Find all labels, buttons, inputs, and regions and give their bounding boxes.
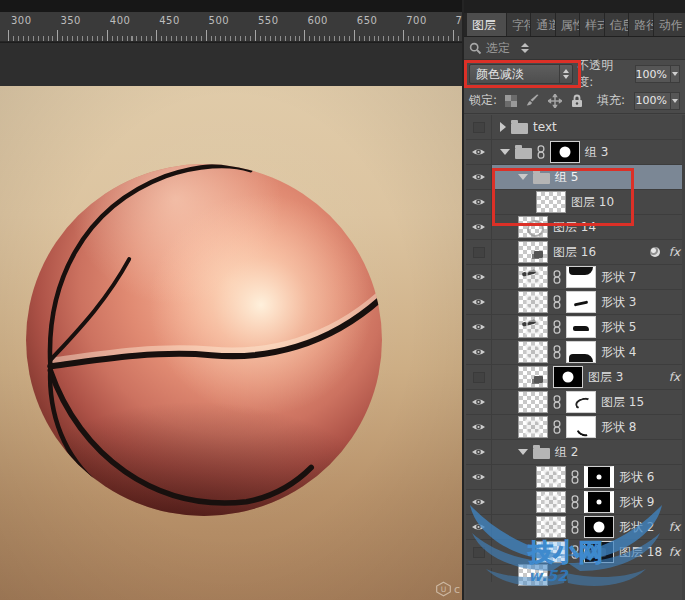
layer-thumbnail[interactable] (518, 216, 548, 238)
layer-name[interactable]: 图层 3 (588, 369, 623, 386)
layer-name[interactable]: 图层 15 (601, 394, 644, 411)
layer-thumbnail[interactable] (518, 266, 548, 288)
layer-name[interactable]: 形状 5 (601, 319, 636, 336)
layer-name[interactable]: 组 2 (555, 444, 578, 461)
layer-row[interactable]: 形状 6 (466, 465, 685, 490)
layer-row[interactable]: 形状 2fx (466, 515, 685, 540)
layer-name[interactable]: 组 5 (555, 169, 578, 186)
layer-group-row[interactable]: 组 3 (466, 140, 685, 165)
filter-kind-label[interactable]: 选定 (486, 40, 510, 57)
layer-thumbnail[interactable] (518, 391, 548, 413)
layer-thumbnail[interactable] (536, 541, 566, 563)
layer-mask-thumbnail[interactable] (566, 416, 596, 438)
layer-name[interactable]: text (533, 120, 557, 134)
layer-thumbnail[interactable] (518, 341, 548, 363)
layer-row[interactable]: 图层 16fx (466, 240, 685, 265)
layer-visibility-toggle[interactable] (466, 115, 492, 139)
layer-mask-thumbnail[interactable] (584, 541, 614, 563)
layer-row[interactable]: 形状 5 (466, 315, 685, 340)
layer-visibility-toggle[interactable] (466, 465, 492, 489)
expand-arrow-icon[interactable] (518, 174, 528, 180)
layer-visibility-toggle[interactable] (466, 340, 492, 364)
layer-name[interactable]: 图层 14 (553, 219, 596, 236)
layer-row[interactable]: 图层 14 (466, 215, 685, 240)
layer-name[interactable]: 图层 18 (619, 544, 662, 561)
layer-thumbnail[interactable] (518, 416, 548, 438)
layer-group-row[interactable]: text (466, 115, 685, 140)
lock-transparency-icon[interactable] (503, 93, 519, 109)
layer-thumbnail[interactable] (518, 564, 548, 586)
layer-thumbnail[interactable] (536, 516, 566, 538)
layer-thumbnail[interactable] (518, 241, 548, 263)
layer-name[interactable]: 形状 8 (601, 419, 636, 436)
layer-name[interactable]: 形状 3 (601, 294, 636, 311)
layer-row[interactable]: 形状 9 (466, 490, 685, 515)
fx-indicator[interactable]: fx (669, 370, 683, 384)
layer-row[interactable] (466, 565, 685, 582)
layer-mask-thumbnail[interactable] (566, 341, 596, 363)
layer-visibility-toggle[interactable] (466, 290, 492, 314)
fill-dropdown-arrow[interactable] (670, 93, 679, 109)
lock-position-icon[interactable] (547, 93, 563, 109)
fill-input[interactable]: 100% (634, 92, 680, 110)
layer-visibility-toggle[interactable] (466, 540, 492, 564)
lock-paint-icon[interactable] (525, 93, 541, 109)
layer-visibility-toggle[interactable] (466, 190, 492, 214)
layer-thumbnail[interactable] (536, 491, 566, 513)
layer-visibility-toggle[interactable] (466, 240, 492, 264)
fx-indicator[interactable]: fx (669, 545, 683, 559)
layer-visibility-toggle[interactable] (466, 165, 492, 189)
layer-visibility-toggle[interactable] (466, 415, 492, 439)
layer-visibility-toggle[interactable] (466, 568, 492, 582)
panel-tab-6[interactable]: 信息 (605, 13, 628, 36)
layer-visibility-toggle[interactable] (466, 365, 492, 389)
layer-group-row[interactable]: 组 5 (466, 165, 685, 190)
fx-indicator[interactable]: fx (669, 245, 683, 259)
panel-tab-5[interactable]: 样式 (580, 13, 603, 36)
panel-tab-7[interactable]: 路径 (629, 13, 652, 36)
panel-tab-1[interactable]: 图层 (467, 13, 506, 36)
layer-mask-thumbnail[interactable] (566, 391, 596, 413)
opacity-dropdown-arrow[interactable] (670, 66, 679, 82)
layer-mask-thumbnail[interactable] (584, 491, 614, 513)
layer-mask-thumbnail[interactable] (584, 466, 614, 488)
layer-row[interactable]: 图层 10 (466, 190, 685, 215)
layer-name[interactable]: 图层 16 (553, 244, 596, 261)
horizontal-ruler[interactable]: 300350400450500550600650700750 (0, 12, 462, 42)
layer-name[interactable]: 形状 7 (601, 269, 636, 286)
panel-tab-3[interactable]: 通道 (531, 13, 554, 36)
layer-row[interactable]: 形状 8 (466, 415, 685, 440)
layer-mask-thumbnail[interactable] (553, 366, 583, 388)
panel-tab-4[interactable]: 属性 (556, 13, 579, 36)
layer-row[interactable]: 图层 18fx (466, 540, 685, 565)
layer-visibility-toggle[interactable] (466, 490, 492, 514)
layer-row[interactable]: 图层 15 (466, 390, 685, 415)
layer-name[interactable]: 图层 10 (571, 194, 614, 211)
layer-visibility-toggle[interactable] (466, 215, 492, 239)
expand-arrow-icon[interactable] (518, 449, 528, 455)
layer-visibility-toggle[interactable] (466, 315, 492, 339)
layer-mask-thumbnail[interactable] (566, 316, 596, 338)
layer-name[interactable]: 形状 6 (619, 469, 654, 486)
filter-dropdown-arrows[interactable] (518, 41, 532, 55)
layer-name[interactable]: 形状 9 (619, 494, 654, 511)
layer-row[interactable]: 形状 3 (466, 290, 685, 315)
layer-group-row[interactable]: 组 2 (466, 440, 685, 465)
layer-thumbnail[interactable] (536, 466, 566, 488)
layer-visibility-toggle[interactable] (466, 515, 492, 539)
opacity-input[interactable]: 100% (635, 65, 680, 83)
layer-thumbnail[interactable] (536, 191, 566, 213)
layer-visibility-toggle[interactable] (466, 390, 492, 414)
layer-name[interactable]: 形状 2 (619, 519, 654, 536)
collapse-arrow-icon[interactable] (500, 122, 506, 132)
lock-all-icon[interactable] (569, 93, 585, 109)
blend-mode-select[interactable]: 颜色减淡 (469, 64, 573, 84)
layer-thumbnail[interactable] (518, 366, 548, 388)
layer-visibility-toggle[interactable] (466, 140, 492, 164)
layer-row[interactable]: 图层 3fx (466, 365, 685, 390)
fx-indicator[interactable]: fx (669, 520, 683, 534)
layer-visibility-toggle[interactable] (466, 440, 492, 464)
layer-name[interactable]: 组 3 (585, 144, 608, 161)
layer-mask-thumbnail[interactable] (566, 291, 596, 313)
layer-thumbnail[interactable] (518, 316, 548, 338)
